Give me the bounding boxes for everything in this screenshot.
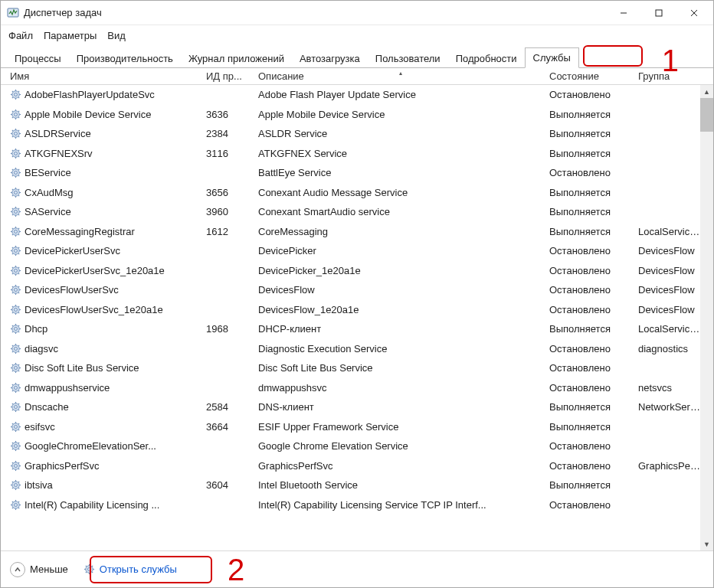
service-row[interactable]: GraphicsPerfSvcGraphicsPerfSvcОстановлен… [7, 456, 713, 476]
svg-line-223 [18, 501, 19, 502]
service-row[interactable]: DevicesFlowUserSvcDevicesFlowОстановлено… [7, 280, 713, 300]
service-row[interactable]: Intel(R) Capability Licensing ...Intel(R… [7, 495, 713, 515]
service-row[interactable]: SAService3960Conexant SmartAudio service… [7, 202, 713, 222]
vertical-scrollbar[interactable]: ▲ ▼ [700, 85, 713, 550]
scroll-thumb[interactable] [700, 98, 713, 132]
header-name[interactable]: Имя [7, 70, 203, 82]
service-state: Остановлено [546, 284, 635, 296]
service-description: Conexant Audio Message Service [255, 187, 546, 198]
service-row[interactable]: Apple Mobile Device Service3636Apple Mob… [7, 105, 713, 125]
service-row[interactable]: DevicePickerUserSvcDevicePickerОстановле… [7, 241, 713, 261]
service-description: ATKGFNEX Service [255, 148, 546, 159]
service-name: DevicesFlowUserSvc_1e20a1e [25, 304, 163, 315]
tab-services[interactable]: Службы [525, 47, 579, 68]
svg-line-33 [18, 130, 19, 131]
tab-processes[interactable]: Процессы [7, 49, 69, 68]
menu-view[interactable]: Вид [107, 30, 126, 41]
svg-line-31 [12, 130, 13, 131]
service-row[interactable]: AdobeFlashPlayerUpdateSvcAdobe Flash Pla… [7, 85, 713, 105]
service-state: Выполняется [546, 421, 635, 433]
open-services-button[interactable]: Открыть службы [77, 560, 183, 578]
svg-line-173 [18, 403, 19, 404]
fewer-details-button[interactable]: Меньше [10, 562, 68, 577]
annotation-box-1 [583, 45, 643, 67]
svg-line-103 [18, 267, 19, 268]
service-name: SAService [25, 206, 71, 217]
service-row[interactable]: diagsvcDiagnostic Execution ServiceОстан… [7, 339, 713, 359]
service-name: diagsvc [25, 343, 58, 354]
svg-line-63 [18, 189, 19, 190]
minimize-button[interactable] [606, 2, 641, 24]
svg-line-171 [12, 403, 13, 404]
service-name: DevicesFlowUserSvc [25, 284, 119, 296]
svg-line-163 [18, 384, 19, 385]
service-name: GraphicsPerfSvc [25, 460, 100, 472]
service-row[interactable]: dmwappushservicedmwappushsvcОстановленоn… [7, 378, 713, 398]
service-description: CoreMessaging [255, 226, 546, 237]
svg-point-55 [12, 189, 19, 196]
service-row[interactable]: BEServiceBattlEye ServiceОстановлено [7, 163, 713, 183]
svg-point-105 [12, 286, 19, 293]
menu-options[interactable]: Параметры [44, 30, 97, 41]
menu-file[interactable]: Файл [8, 30, 33, 41]
service-row[interactable]: GoogleChromeElevationSer...Google Chrome… [7, 436, 713, 456]
service-pid: 2384 [203, 128, 255, 139]
svg-line-73 [18, 208, 19, 209]
close-button[interactable] [676, 2, 712, 24]
chevron-up-icon [10, 562, 25, 577]
service-row[interactable]: ASLDRService2384ASLDR ServiceВыполняется [7, 124, 713, 144]
service-description: GraphicsPerfSvc [255, 460, 546, 472]
header-description[interactable]: Описание ▴ [255, 70, 546, 82]
svg-line-32 [18, 136, 19, 137]
tab-startup[interactable]: Автозагрузка [292, 49, 368, 68]
maximize-button[interactable] [641, 2, 676, 24]
service-state: Выполняется [546, 109, 635, 120]
service-description: Google Chrome Elevation Service [255, 440, 546, 452]
service-state: Остановлено [546, 343, 635, 354]
service-row[interactable]: esifsvc3664ESIF Upper Framework ServiceВ… [7, 417, 713, 437]
service-state: Остановлено [546, 89, 635, 100]
service-row[interactable]: Dnscache2584DNS-клиентВыполняетсяNetwork… [7, 397, 713, 417]
header-group[interactable]: Группа [635, 70, 713, 82]
svg-line-221 [12, 501, 13, 502]
window-buttons [606, 2, 712, 24]
service-row[interactable]: Disc Soft Lite Bus ServiceDisc Soft Lite… [7, 358, 713, 378]
tab-details[interactable]: Подробности [448, 49, 525, 68]
svg-line-164 [12, 390, 13, 391]
svg-line-213 [18, 482, 19, 482]
svg-line-93 [18, 247, 19, 248]
service-name: Dhcp [25, 323, 47, 335]
service-row[interactable]: DevicePickerUserSvc_1e20a1eDevicePicker_… [7, 261, 713, 281]
service-name: Intel(R) Capability Licensing ... [25, 499, 159, 511]
service-name: ATKGFNEXSrv [25, 148, 93, 159]
tab-performance[interactable]: Производительность [69, 49, 181, 68]
service-name: CxAudMsg [25, 187, 74, 198]
service-state: Остановлено [546, 265, 635, 276]
tabbar: Процессы Производительность Журнал прило… [1, 45, 713, 68]
scroll-down-button[interactable]: ▼ [700, 537, 713, 550]
service-row[interactable]: ATKGFNEXSrv3116ATKGFNEX ServiceВыполняет… [7, 144, 713, 164]
tab-app-history[interactable]: Журнал приложений [181, 49, 292, 68]
service-row[interactable]: CxAudMsg3656Conexant Audio Message Servi… [7, 183, 713, 203]
svg-line-34 [12, 136, 13, 137]
scroll-up-button[interactable]: ▲ [700, 85, 713, 98]
service-row[interactable]: DevicesFlowUserSvc_1e20a1eDevicesFlow_1e… [7, 300, 713, 320]
service-state: Остановлено [546, 362, 635, 374]
service-description: Intel(R) Capability Licensing Service TC… [255, 499, 546, 511]
service-gear-icon [10, 323, 21, 335]
header-state[interactable]: Состояние [546, 70, 635, 82]
service-description: Disc Soft Lite Bus Service [255, 362, 546, 374]
service-row[interactable]: ibtsiva3604Intel Bluetooth ServiceВыполн… [7, 475, 713, 495]
svg-line-62 [18, 195, 19, 196]
service-name: esifsvc [25, 421, 55, 433]
service-gear-icon [10, 421, 21, 433]
service-row[interactable]: Dhcp1968DHCP-клиентВыполняетсяLocalServi… [7, 319, 713, 339]
svg-line-131 [12, 325, 13, 326]
header-pid[interactable]: ИД пр... [203, 70, 255, 82]
svg-point-205 [12, 482, 19, 488]
service-state: Остановлено [546, 440, 635, 452]
tab-users[interactable]: Пользователи [368, 49, 448, 68]
service-state: Выполняется [546, 148, 635, 159]
titlebar: Диспетчер задач [1, 1, 713, 25]
service-row[interactable]: CoreMessagingRegistrar1612CoreMessagingВ… [7, 222, 713, 242]
